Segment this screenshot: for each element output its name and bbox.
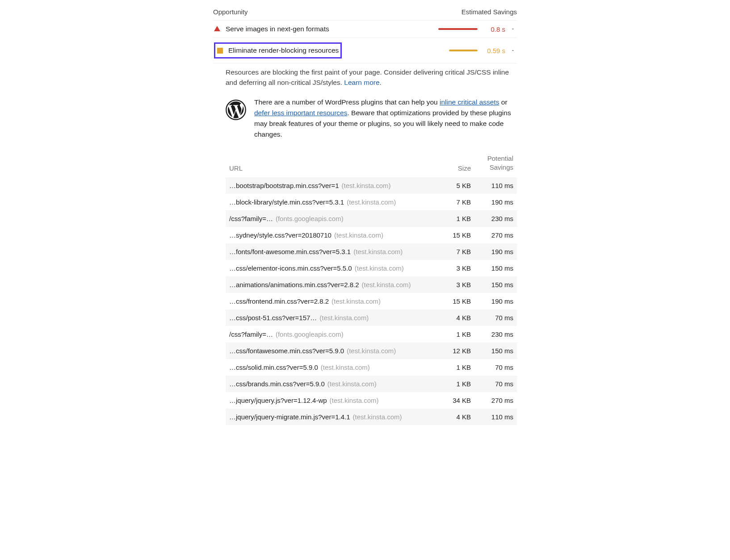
url-host: (test.kinsta.com) bbox=[355, 264, 404, 272]
url-path: …animations/animations.min.css?ver=2.8.2 bbox=[229, 281, 359, 288]
url-path: …css/elementor-icons.min.css?ver=5.5.0 bbox=[229, 264, 352, 272]
size-cell: 7 KB bbox=[428, 198, 471, 206]
chevron-up-icon bbox=[510, 47, 516, 54]
table-row: /css?family=…(fonts.googleapis.com)1 KB2… bbox=[226, 210, 517, 227]
size-cell: 34 KB bbox=[428, 397, 471, 404]
wp-text-part: or bbox=[499, 98, 508, 106]
table-row: …css/fontawesome.min.css?ver=5.9.0(test.… bbox=[226, 343, 517, 359]
url-cell: …jquery/jquery-migrate.min.js?ver=1.4.1(… bbox=[229, 413, 428, 421]
url-path: /css?family=… bbox=[229, 215, 273, 222]
savings-cell: 190 ms bbox=[471, 297, 513, 305]
table-row: …jquery/jquery.js?ver=1.12.4-wp(test.kin… bbox=[226, 392, 517, 409]
savings-cell: 230 ms bbox=[471, 215, 513, 222]
size-cell: 15 KB bbox=[428, 297, 471, 305]
learn-more-link[interactable]: Learn more bbox=[344, 79, 379, 86]
size-cell: 3 KB bbox=[428, 264, 471, 272]
url-cell: …css/post-51.css?ver=157…(test.kinsta.co… bbox=[229, 314, 428, 322]
url-host: (test.kinsta.com) bbox=[347, 198, 396, 206]
size-cell: 4 KB bbox=[428, 314, 471, 322]
url-path: /css?family=… bbox=[229, 330, 273, 338]
table-row: …css/frontend.min.css?ver=2.8.2(test.kin… bbox=[226, 293, 517, 309]
col-savings: Potential Savings bbox=[471, 154, 513, 172]
warning-triangle-icon bbox=[214, 26, 220, 31]
savings-value: 0.8 s bbox=[484, 25, 505, 33]
url-host: (test.kinsta.com) bbox=[342, 182, 391, 189]
table-row: …css/brands.min.css?ver=5.9.0(test.kinst… bbox=[226, 376, 517, 392]
wordpress-icon bbox=[226, 100, 246, 120]
highlight-box: Eliminate render-blocking resources bbox=[214, 42, 342, 59]
col-savings-2: Savings bbox=[490, 163, 513, 171]
table-row: …css/post-51.css?ver=157…(test.kinsta.co… bbox=[226, 309, 517, 326]
audit-title: Serve images in next-gen formats bbox=[226, 25, 438, 33]
savings-cell: 190 ms bbox=[471, 248, 513, 255]
url-cell: …css/frontend.min.css?ver=2.8.2(test.kin… bbox=[229, 297, 428, 305]
size-cell: 1 KB bbox=[428, 380, 471, 388]
warning-square-icon bbox=[217, 48, 223, 54]
url-cell: …css/brands.min.css?ver=5.9.0(test.kinst… bbox=[229, 380, 428, 388]
savings-cell: 190 ms bbox=[471, 198, 513, 206]
table-row: …sydney/style.css?ver=20180710(test.kins… bbox=[226, 227, 517, 243]
audits-header: Opportunity Estimated Savings bbox=[213, 5, 517, 21]
col-savings-1: Potential bbox=[487, 155, 513, 162]
size-cell: 1 KB bbox=[428, 364, 471, 371]
defer-resources-link[interactable]: defer less important resources bbox=[254, 109, 347, 117]
size-cell: 1 KB bbox=[428, 330, 471, 338]
col-url: URL bbox=[229, 164, 428, 172]
url-host: (test.kinsta.com) bbox=[353, 413, 402, 421]
url-host: (test.kinsta.com) bbox=[353, 248, 403, 255]
size-cell: 7 KB bbox=[428, 248, 471, 255]
url-host: (test.kinsta.com) bbox=[334, 231, 383, 239]
savings-cell: 70 ms bbox=[471, 314, 513, 322]
url-cell: …jquery/jquery.js?ver=1.12.4-wp(test.kin… bbox=[229, 397, 428, 404]
url-host: (test.kinsta.com) bbox=[321, 364, 370, 371]
url-host: (test.kinsta.com) bbox=[319, 314, 369, 322]
table-row: …fonts/font-awesome.min.css?ver=5.3.1(te… bbox=[226, 243, 517, 260]
audit-row-render-blocking[interactable]: Eliminate render-blocking resources 0.59… bbox=[213, 38, 517, 63]
url-path: …jquery/jquery.js?ver=1.12.4-wp bbox=[229, 397, 327, 404]
url-path: …css/brands.min.css?ver=5.9.0 bbox=[229, 380, 325, 388]
savings-cell: 270 ms bbox=[471, 397, 513, 404]
size-cell: 4 KB bbox=[428, 413, 471, 421]
url-path: …jquery/jquery-migrate.min.js?ver=1.4.1 bbox=[229, 413, 350, 421]
savings-value: 0.59 s bbox=[484, 47, 505, 54]
url-cell: …sydney/style.css?ver=20180710(test.kins… bbox=[229, 231, 428, 239]
col-size: Size bbox=[428, 164, 471, 172]
url-cell: …css/elementor-icons.min.css?ver=5.5.0(t… bbox=[229, 264, 428, 272]
url-path: …css/frontend.min.css?ver=2.8.2 bbox=[229, 297, 329, 305]
savings-bar bbox=[438, 28, 478, 30]
savings-cell: 110 ms bbox=[471, 413, 513, 421]
wordpress-suggestion: There are a number of WordPress plugins … bbox=[213, 93, 517, 148]
url-host: (test.kinsta.com) bbox=[330, 397, 379, 404]
url-path: …block-library/style.min.css?ver=5.3.1 bbox=[229, 198, 344, 206]
url-path: …css/solid.min.css?ver=5.9.0 bbox=[229, 364, 318, 371]
savings-cell: 150 ms bbox=[471, 347, 513, 355]
audit-title: Eliminate render-blocking resources bbox=[228, 46, 339, 54]
url-path: …sydney/style.css?ver=20180710 bbox=[229, 231, 331, 239]
header-opportunity: Opportunity bbox=[213, 8, 248, 16]
url-cell: …css/fontawesome.min.css?ver=5.9.0(test.… bbox=[229, 347, 428, 355]
size-cell: 3 KB bbox=[428, 281, 471, 288]
url-host: (test.kinsta.com) bbox=[347, 347, 396, 355]
savings-cell: 270 ms bbox=[471, 231, 513, 239]
url-cell: …animations/animations.min.css?ver=2.8.2… bbox=[229, 281, 428, 288]
url-path: …css/post-51.css?ver=157… bbox=[229, 314, 317, 322]
url-cell: …block-library/style.min.css?ver=5.3.1(t… bbox=[229, 198, 428, 206]
url-cell: …bootstrap/bootstrap.min.css?ver=1(test.… bbox=[229, 182, 428, 189]
url-path: …bootstrap/bootstrap.min.css?ver=1 bbox=[229, 182, 339, 189]
url-host: (test.kinsta.com) bbox=[331, 297, 381, 305]
table-row: …bootstrap/bootstrap.min.css?ver=1(test.… bbox=[226, 177, 517, 194]
savings-cell: 110 ms bbox=[471, 182, 513, 189]
inline-assets-link[interactable]: inline critical assets bbox=[440, 98, 499, 106]
size-cell: 15 KB bbox=[428, 231, 471, 239]
audit-row-images[interactable]: Serve images in next-gen formats 0.8 s bbox=[213, 21, 517, 38]
audit-description: Resources are blocking the first paint o… bbox=[213, 63, 517, 93]
table-row: …block-library/style.min.css?ver=5.3.1(t… bbox=[226, 194, 517, 210]
table-row: …css/solid.min.css?ver=5.9.0(test.kinsta… bbox=[226, 359, 517, 376]
savings-cell: 70 ms bbox=[471, 380, 513, 388]
url-host: (test.kinsta.com) bbox=[362, 281, 411, 288]
wp-text-part: There are a number of WordPress plugins … bbox=[254, 98, 440, 106]
url-cell: …css/solid.min.css?ver=5.9.0(test.kinsta… bbox=[229, 364, 428, 371]
size-cell: 12 KB bbox=[428, 347, 471, 355]
table-row: …css/elementor-icons.min.css?ver=5.5.0(t… bbox=[226, 260, 517, 276]
table-header: URL Size Potential Savings bbox=[226, 148, 517, 178]
